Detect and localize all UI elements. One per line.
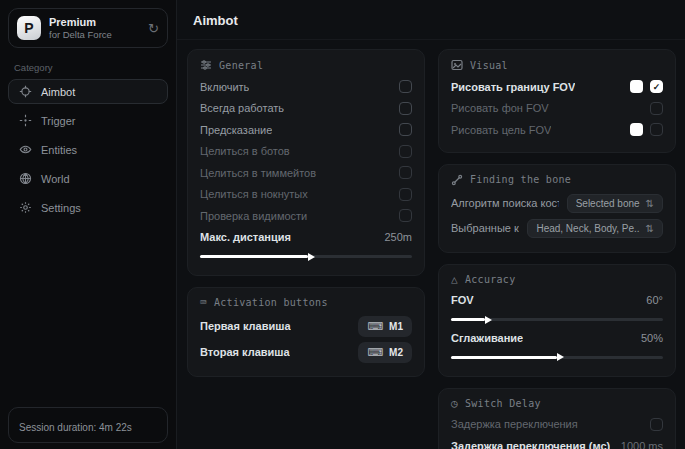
card-general-header: General — [200, 59, 412, 71]
select-value: Selected bone — [576, 198, 640, 209]
brand-text: Premium for Delta Force — [49, 16, 140, 40]
card-visual-header: Visual — [451, 59, 663, 71]
checkbox[interactable] — [399, 102, 412, 115]
keybind-label: Вторая клавиша — [200, 346, 290, 358]
setting-row: Рисовать границу FOV — [451, 76, 663, 98]
slider-label: Задержка переключения (мс) — [451, 440, 610, 449]
slider-row: Сглаживание 50% — [451, 327, 663, 349]
select-row: Алгоритм поиска костей Selected bone ⇅ — [451, 191, 663, 216]
brand-title: Premium — [49, 16, 140, 28]
sidebar: P Premium for Delta Force ↻ Category Aim… — [0, 0, 176, 449]
keyboard-icon: ⌨ — [367, 320, 383, 333]
slider-label: Сглаживание — [451, 332, 523, 344]
brand-logo: P — [17, 16, 41, 40]
world-icon — [18, 172, 32, 186]
entities-icon — [18, 143, 32, 157]
timer-icon: ◷ — [451, 398, 458, 409]
card-accuracy-header: △ Accuracy — [451, 274, 663, 285]
sidebar-item-label: World — [41, 173, 70, 185]
left-column: General Включить Всегда работать Предска… — [187, 49, 425, 449]
setting-row: Целиться в тиммейтов — [200, 162, 412, 184]
setting-label: Проверка видимости — [200, 210, 307, 222]
color-swatch[interactable] — [630, 80, 643, 93]
slider-value: 1000 ms — [621, 440, 663, 449]
slider-row: FOV 60° — [451, 290, 663, 312]
sidebar-item-settings[interactable]: Settings — [8, 195, 168, 220]
sidebar-item-label: Entities — [41, 144, 77, 156]
slider-fill[interactable] — [451, 356, 557, 359]
checkbox[interactable] — [650, 418, 663, 431]
refresh-icon[interactable]: ↻ — [148, 21, 159, 36]
sidebar-item-aimbot[interactable]: Aimbot — [8, 79, 168, 104]
card-title-label: General — [219, 60, 263, 71]
sidebar-item-label: Aimbot — [41, 86, 75, 98]
selected-bones-select[interactable]: Head, Neck, Body, Pe.. ⇅ — [527, 219, 663, 238]
smoothing-slider[interactable] — [451, 356, 663, 359]
slider-row: Задержка переключения (мс) 1000 ms — [451, 435, 663, 449]
checkbox[interactable] — [650, 80, 663, 93]
max-distance-slider[interactable] — [200, 255, 412, 258]
right-column: Visual Рисовать границу FOV Рисовать фон… — [438, 49, 676, 449]
brand-subtitle: for Delta Force — [49, 29, 140, 40]
card-title-label: Activation buttons — [214, 297, 328, 308]
main-header: Aimbot — [177, 0, 685, 40]
card-title-label: Visual — [470, 60, 508, 71]
checkbox[interactable] — [650, 123, 663, 136]
color-swatch[interactable] — [630, 123, 643, 136]
slider-row: Макс. дистанция 250m — [200, 227, 412, 249]
checkbox[interactable] — [399, 145, 412, 158]
keybind-button-m1[interactable]: ⌨ M1 — [358, 316, 412, 337]
setting-row: Целиться в ботов — [200, 141, 412, 163]
slider-fill[interactable] — [451, 318, 485, 321]
keyboard-icon: ⌨ — [367, 346, 383, 359]
setting-row: Включить — [200, 76, 412, 98]
keybind-value: M1 — [389, 321, 403, 332]
checkbox[interactable] — [650, 102, 663, 115]
setting-row: Задержка переключения — [451, 414, 663, 436]
checkbox[interactable] — [399, 188, 412, 201]
slider-label: FOV — [451, 294, 474, 306]
bone-algorithm-select[interactable]: Selected bone ⇅ — [567, 194, 663, 213]
setting-label: Включить — [200, 81, 249, 93]
card-activation-buttons: ⌨ Activation buttons Первая клавиша ⌨ M1… — [187, 287, 425, 377]
setting-row: Проверка видимости — [200, 205, 412, 227]
card-general: General Включить Всегда работать Предска… — [187, 49, 425, 276]
trigger-icon — [18, 114, 32, 128]
setting-label: Целиться в тиммейтов — [200, 167, 316, 179]
checkbox[interactable] — [399, 80, 412, 93]
keybind-label: Первая клавиша — [200, 320, 291, 332]
sidebar-item-trigger[interactable]: Trigger — [8, 108, 168, 133]
setting-row: Рисовать цель FOV — [451, 119, 663, 141]
sliders-icon — [200, 59, 212, 71]
keybind-value: M2 — [389, 347, 403, 358]
setting-label: Предсказание — [200, 124, 272, 136]
triangle-icon: △ — [451, 274, 458, 285]
gear-icon — [18, 201, 32, 215]
select-value: Head, Neck, Body, Pe.. — [536, 223, 639, 234]
select-label: Алгоритм поиска костей — [451, 197, 559, 209]
setting-label: Рисовать фон FOV — [451, 102, 549, 114]
checkbox[interactable] — [399, 209, 412, 222]
image-icon — [451, 59, 463, 71]
card-title-label: Finding the bone — [470, 174, 571, 185]
checkbox[interactable] — [399, 123, 412, 136]
setting-label: Всегда работать — [200, 102, 284, 114]
checkbox[interactable] — [399, 166, 412, 179]
sidebar-item-entities[interactable]: Entities — [8, 137, 168, 162]
card-visual: Visual Рисовать границу FOV Рисовать фон… — [438, 49, 676, 153]
crosshair-icon — [18, 85, 32, 99]
page-title: Aimbot — [193, 13, 670, 28]
slider-fill[interactable] — [200, 255, 308, 258]
row-controls — [630, 123, 663, 136]
card-switch-delay-header: ◷ Switch Delay — [451, 398, 663, 409]
keybind-row: Вторая клавиша ⌨ M2 — [200, 339, 412, 365]
chevron-updown-icon: ⇅ — [646, 223, 654, 234]
sidebar-item-label: Trigger — [41, 115, 75, 127]
setting-row: Всегда работать — [200, 98, 412, 120]
card-finding-bone: Finding the bone Алгоритм поиска костей … — [438, 164, 676, 253]
keybind-row: Первая клавиша ⌨ M1 — [200, 313, 412, 339]
sidebar-item-world[interactable]: World — [8, 166, 168, 191]
fov-slider[interactable] — [451, 318, 663, 321]
card-title-label: Accuracy — [465, 274, 516, 285]
keybind-button-m2[interactable]: ⌨ M2 — [358, 342, 412, 363]
